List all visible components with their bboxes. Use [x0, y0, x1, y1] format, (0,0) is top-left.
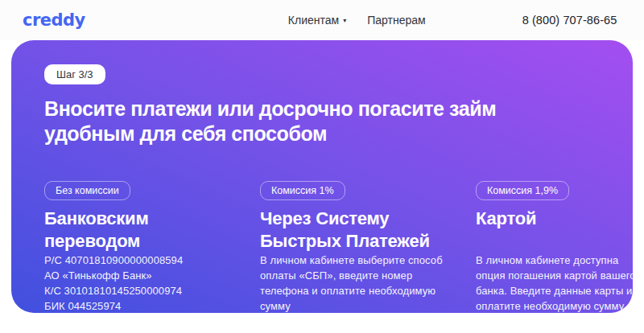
- nav-item-partners-label: Партнерам: [367, 14, 425, 27]
- nav-item-clients-label: Клиентам: [288, 14, 339, 27]
- option-title: Картой: [476, 208, 633, 253]
- commission-badge: Комиссия 1%: [260, 181, 345, 200]
- option-description: В личном кабинете доступна опция погашен…: [476, 253, 633, 313]
- nav-item-partners[interactable]: Партнерам: [367, 14, 425, 27]
- option-description: В личном кабинете выберите способ оплаты…: [260, 253, 453, 313]
- option-sbp: Комиссия 1% Через Систему Быстрых Платеж…: [260, 181, 453, 313]
- chevron-down-icon: ▾: [343, 16, 346, 24]
- option-title: Через Систему Быстрых Платежей: [260, 208, 453, 253]
- payment-options-hero-card: Шаг 3/3 Вносите платежи или досрочно пог…: [11, 40, 633, 313]
- commission-badge: Комиссия 1,9%: [476, 181, 569, 200]
- nav-item-clients[interactable]: Клиентам ▾: [288, 14, 346, 27]
- option-title: Банковским переводом: [44, 208, 237, 253]
- commission-badge: Без комиссии: [44, 181, 130, 200]
- option-card: Комиссия 1,9% Картой В личном кабинете д…: [476, 181, 633, 313]
- support-phone-link[interactable]: 8 (800) 707-86-65: [522, 14, 617, 27]
- site-header: creddy Клиентам ▾ Партнерам 8 (800) 707-…: [0, 0, 644, 40]
- step-badge: Шаг 3/3: [44, 64, 105, 84]
- hero-title-line1: Вносите платежи или досрочно погасите за…: [44, 97, 621, 121]
- creddy-logo[interactable]: creddy: [23, 10, 85, 30]
- hero-title: Вносите платежи или досрочно погасите за…: [44, 97, 621, 146]
- main-nav: Клиентам ▾ Партнерам: [288, 14, 426, 27]
- hero-title-line2: удобным для себя способом: [44, 121, 621, 146]
- option-description: Р/С 40701810900000008594 АО «Тинькофф Ба…: [44, 253, 237, 313]
- payment-options-row: Без комиссии Банковским переводом Р/С 40…: [44, 181, 621, 313]
- option-bank-transfer: Без комиссии Банковским переводом Р/С 40…: [44, 181, 237, 313]
